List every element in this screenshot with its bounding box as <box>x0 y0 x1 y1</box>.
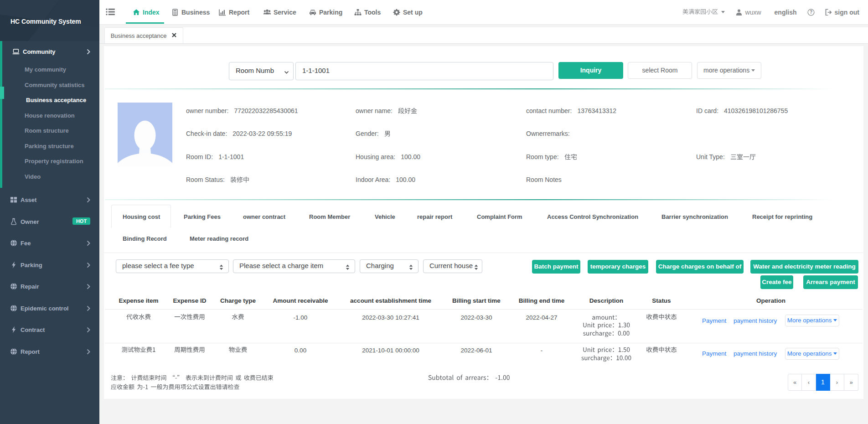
svg-text:?: ? <box>810 10 812 15</box>
